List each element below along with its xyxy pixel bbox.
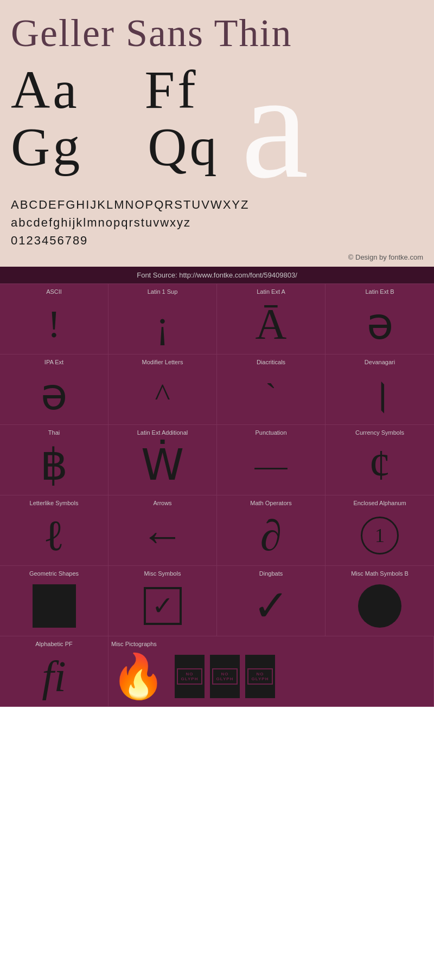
glyph-label-dingbats: Dingbats [259, 570, 283, 577]
glyph-label-punctuation: Punctuation [255, 429, 286, 436]
glyph-symbol-miscsymbols: ✓ [144, 581, 182, 630]
black-circle-shape [358, 584, 401, 628]
hero-section: Geller Sans Thin Aa Ff Gg Qq a ABCDEFGHI… [0, 0, 434, 267]
glyph-symbol-letterlike: ℓ [43, 511, 64, 560]
no-glyph-2: NO GLYPH [210, 655, 240, 698]
glyph-symbol-misc-char: 🔥 [111, 655, 165, 698]
no-glyph-label-1: NO [186, 672, 193, 676]
glyph-cell-arrows: Arrows ← [108, 495, 217, 566]
letter-pair-gg: Gg Qq [11, 118, 219, 175]
glyph-symbol-mathops: ∂ [260, 511, 282, 560]
no-glyph-row: 🔥 NO GLYPH NO GLYPH NO GLYP [111, 652, 277, 701]
copyright-text: © Design by fontke.com [11, 250, 423, 261]
glyph-symbol-diacriticals: ` [266, 370, 277, 419]
black-square-shape [33, 584, 76, 628]
glyph-label-ascii: ASCII [46, 288, 62, 295]
glyph-label-thai: Thai [48, 429, 60, 436]
font-title: Geller Sans Thin [11, 11, 423, 56]
glyph-label-latinextadd: Latin Ext Additional [137, 429, 188, 436]
glyph-symbol-punctuation: — [255, 440, 288, 489]
no-glyph-label-2: GLYPH [181, 676, 199, 681]
glyph-cell-dingbats: Dingbats ✓ [217, 566, 326, 636]
glyph-symbol-ascii: ! [48, 299, 61, 349]
no-glyph-label-4: GLYPH [216, 676, 234, 681]
glyph-symbol-latinextadd: Ẇ [141, 440, 184, 489]
glyph-label-latinexta: Latin Ext A [257, 288, 285, 295]
glyph-grid: ASCII ! Latin 1 Sup ¡ Latin Ext A Ā Lati… [0, 283, 434, 707]
glyph-symbol-arrows: ← [141, 511, 184, 560]
no-glyph-label-3: NO [221, 672, 228, 676]
no-glyph-label-5: NO [256, 672, 264, 676]
glyph-cell-miscsymbols: Misc Symbols ✓ [108, 566, 217, 636]
glyph-label-miscmathb: Misc Math Symbols B [351, 570, 409, 577]
glyph-cell-thai: Thai ฿ [0, 425, 108, 495]
glyph-cell-enclosed: Enclosed Alphanum 1 [326, 495, 434, 566]
glyph-label-mathops: Math Operators [250, 500, 291, 506]
glyph-cell-letterlike: Letterlike Symbols ℓ [0, 495, 108, 566]
glyph-cell-diacriticals: Diacriticals ` [217, 354, 326, 425]
glyph-cell-latinexta: Latin Ext A Ā [217, 284, 326, 354]
glyph-label-miscpicto: Misc Pictographs [111, 641, 157, 647]
glyph-cell-latinextadd: Latin Ext Additional Ẇ [108, 425, 217, 495]
glyph-label-ipaext: IPA Ext [44, 359, 63, 365]
glyph-cell-punctuation: Punctuation — [217, 425, 326, 495]
glyph-cell-latinextb: Latin Ext B ə [326, 284, 434, 354]
glyph-cell-latin1sup: Latin 1 Sup ¡ [108, 284, 217, 354]
glyph-symbol-alphabeticpf: fi [42, 652, 66, 701]
numbers-display: 0123456789 [11, 231, 423, 249]
no-glyph-3: NO GLYPH [245, 655, 275, 698]
glyph-cell-currency: Currency Symbols ¢ [326, 425, 434, 495]
glyph-label-letterlike: Letterlike Symbols [30, 500, 79, 506]
alphabet-display: ABCDEFGHIJKLMNOPQRSTUVWXYZ abcdefghijklm… [11, 190, 423, 250]
glyph-label-modletters: Modifier Letters [142, 359, 183, 365]
glyph-symbol-geoshapes [33, 581, 76, 630]
glyph-label-devanagari: Devanagari [365, 359, 395, 365]
glyph-symbol-currency: ¢ [369, 440, 391, 489]
no-glyph-label-6: GLYPH [252, 676, 269, 681]
glyph-label-miscsymbols: Misc Symbols [144, 570, 181, 577]
glyph-label-geoshapes: Geometric Shapes [29, 570, 79, 577]
font-source-text: Font Source: http://www.fontke.com/font/… [137, 271, 297, 279]
glyph-symbol-devanagari: । [365, 370, 394, 419]
glyph-cell-mathops: Math Operators ∂ [217, 495, 326, 566]
glyph-cell-modletters: Modifier Letters ^ [108, 354, 217, 425]
glyph-cell-miscmathb: Misc Math Symbols B [326, 566, 434, 636]
letter-pair-aa: Aa Ff [11, 61, 219, 118]
glyph-symbol-enclosed: 1 [361, 511, 399, 560]
glyph-label-alphabeticpf: Alphabetic PF [35, 641, 72, 647]
glyph-label-arrows: Arrows [153, 500, 171, 506]
glyph-cell-ipaext: IPA Ext ə [0, 354, 108, 425]
letter-pairs-left: Aa Ff Gg Qq [11, 61, 219, 175]
checkbox-shape: ✓ [144, 587, 182, 625]
hero-large-letter: a [241, 61, 308, 190]
enclosed-circle-1: 1 [361, 517, 399, 555]
no-glyph-1: NO GLYPH [175, 655, 205, 698]
glyph-symbol-modletters: ^ [155, 370, 170, 419]
glyph-cell-devanagari: Devanagari । [326, 354, 434, 425]
glyph-label-latinextb: Latin Ext B [365, 288, 394, 295]
alphabet-lower: abcdefghijklmnopqrstuvwxyz [11, 214, 423, 231]
glyph-label-latin1sup: Latin 1 Sup [148, 288, 178, 295]
glyph-label-enclosed: Enclosed Alphanum [353, 500, 406, 506]
glyph-label-currency: Currency Symbols [355, 429, 404, 436]
glyph-cell-miscpicto: Misc Pictographs 🔥 NO GLYPH NO GLYPH [108, 636, 434, 707]
glyph-symbol-miscmathb [358, 581, 401, 630]
glyph-cell-geoshapes: Geometric Shapes [0, 566, 108, 636]
glyph-symbol-ipaext: ə [41, 370, 67, 419]
dark-glyph-section: Font Source: http://www.fontke.com/font/… [0, 267, 434, 707]
glyph-label-diacriticals: Diacriticals [257, 359, 285, 365]
glyph-symbol-latinextb: ə [367, 299, 393, 349]
glyph-cell-ascii: ASCII ! [0, 284, 108, 354]
glyph-symbol-dingbats: ✓ [253, 581, 289, 630]
alphabet-upper: ABCDEFGHIJKLMNOPQRSTUVWXYZ [11, 196, 423, 214]
glyph-symbol-latinexta: Ā [256, 299, 287, 349]
font-source-bar: Font Source: http://www.fontke.com/font/… [0, 267, 434, 283]
glyph-symbol-latin1sup: ¡ [156, 299, 169, 349]
glyph-cell-alphabeticpf: Alphabetic PF fi [0, 636, 108, 707]
glyph-symbol-thai: ฿ [40, 440, 68, 489]
